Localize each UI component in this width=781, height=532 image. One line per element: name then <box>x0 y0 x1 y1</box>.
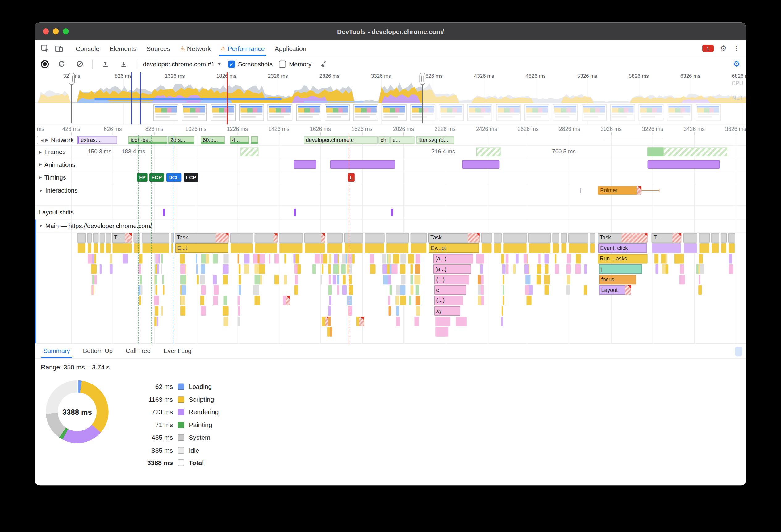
flame-bar[interactable] <box>396 296 400 305</box>
flame-bar[interactable] <box>388 296 390 305</box>
timeline-overview[interactable]: CPU NET 326 ms826 ms1326 ms1826 ms2326 m… <box>35 72 746 125</box>
flame-bar[interactable] <box>92 285 93 295</box>
flame-bar[interactable] <box>544 275 550 284</box>
flame-bar[interactable] <box>729 264 734 274</box>
flame-bar[interactable] <box>259 264 265 274</box>
flame-bar[interactable] <box>524 254 528 264</box>
flame-bar[interactable] <box>699 275 700 284</box>
flame-bar[interactable] <box>138 285 140 295</box>
flame-bar[interactable] <box>231 243 252 253</box>
flame-bar-labeled[interactable]: j <box>599 264 642 274</box>
flame-bar[interactable] <box>329 296 331 305</box>
flame-bar[interactable] <box>255 233 278 242</box>
flame-bar[interactable] <box>529 243 550 253</box>
flame-bar[interactable] <box>87 233 92 242</box>
flame-bar[interactable] <box>712 243 719 253</box>
flame-bar[interactable] <box>729 254 732 264</box>
flame-bar[interactable] <box>476 254 481 264</box>
flame-bar[interactable] <box>238 296 240 305</box>
flame-bar[interactable] <box>589 233 595 242</box>
flame-bar[interactable] <box>253 285 259 295</box>
flame-bar[interactable] <box>525 275 530 284</box>
overview-handle-left[interactable] <box>71 73 72 124</box>
network-request-bar[interactable]: itter.svg (d... <box>416 136 454 144</box>
flame-bar[interactable] <box>328 317 331 326</box>
flame-bar[interactable] <box>294 264 298 274</box>
flame-bar[interactable] <box>154 317 156 326</box>
flame-bar[interactable] <box>275 254 279 264</box>
flame-bar[interactable] <box>180 275 186 284</box>
capture-settings-gear-icon[interactable]: ⚙ <box>733 59 740 69</box>
flame-bar[interactable] <box>481 285 484 295</box>
flame-bar[interactable] <box>400 285 406 295</box>
flame-bar[interactable] <box>480 264 483 274</box>
flame-bar[interactable] <box>567 254 571 264</box>
flame-bar[interactable] <box>180 306 185 316</box>
save-profile-icon[interactable] <box>118 58 130 70</box>
flame-bar[interactable] <box>345 243 363 253</box>
flame-bar[interactable] <box>415 285 419 295</box>
flame-bar[interactable] <box>409 296 411 305</box>
flame-bar[interactable] <box>568 233 588 242</box>
flame-bar[interactable] <box>330 327 332 337</box>
flame-bar[interactable] <box>352 254 355 264</box>
collapse-track-icon[interactable]: ◂ <box>41 137 43 143</box>
flame-bar[interactable] <box>106 243 111 253</box>
flame-bar[interactable] <box>110 254 112 264</box>
flame-bar[interactable] <box>501 317 503 326</box>
flame-bar[interactable] <box>576 254 581 264</box>
flame-bar[interactable] <box>721 243 726 253</box>
flame-bar[interactable] <box>526 296 531 305</box>
flame-bar[interactable] <box>337 285 339 295</box>
flame-bar[interactable] <box>156 254 158 264</box>
flame-bar[interactable] <box>328 285 332 295</box>
filmstrip-screenshot[interactable] <box>353 104 378 121</box>
flame-bar[interactable] <box>295 254 299 264</box>
flame-bar[interactable] <box>552 233 559 242</box>
flame-bar[interactable] <box>414 275 420 284</box>
flame-bar[interactable] <box>223 296 227 305</box>
timings-track-label[interactable]: ▶ Timings <box>35 171 66 184</box>
flame-bar[interactable] <box>113 243 131 253</box>
flame-bar[interactable] <box>567 264 571 274</box>
flame-bar[interactable] <box>400 264 406 274</box>
flame-bar[interactable] <box>494 243 501 253</box>
animation-bar[interactable] <box>330 161 395 169</box>
flame-bar[interactable] <box>344 233 363 242</box>
flame-bar-labeled[interactable]: Task <box>428 233 480 242</box>
layout-shifts-track-label[interactable]: Layout shifts <box>35 206 74 219</box>
flame-bar[interactable] <box>555 254 556 264</box>
flame-bar[interactable] <box>156 306 158 316</box>
flame-bar-labeled[interactable]: xy <box>434 306 460 316</box>
flame-bar[interactable] <box>506 254 509 264</box>
filmstrip-screenshot[interactable] <box>154 104 178 121</box>
flame-bar[interactable] <box>411 233 427 242</box>
flame-bar[interactable] <box>328 264 331 274</box>
flame-bar[interactable] <box>654 254 658 264</box>
flame-bar[interactable] <box>416 306 420 316</box>
flame-bar[interactable] <box>196 254 197 264</box>
flame-bar[interactable] <box>544 285 549 295</box>
flame-bar[interactable] <box>337 275 339 284</box>
flame-bar[interactable] <box>575 264 581 274</box>
flame-bar[interactable] <box>393 254 400 264</box>
flame-bar[interactable] <box>181 296 185 305</box>
flame-bar[interactable] <box>91 264 93 274</box>
flame-bar[interactable] <box>728 233 735 242</box>
tab-sources[interactable]: Sources <box>141 40 175 56</box>
settings-gear-icon[interactable]: ⚙ <box>720 44 727 53</box>
screenshots-checkbox-group[interactable]: ✓ Screenshots <box>228 60 273 68</box>
flame-bar-labeled[interactable]: E...t <box>175 243 228 253</box>
network-request-bar[interactable]: extras.... <box>77 136 117 144</box>
flame-bar[interactable] <box>699 285 702 295</box>
flame-bar[interactable] <box>525 285 529 295</box>
flame-bar[interactable] <box>365 243 384 253</box>
bottom-tab-summary[interactable]: Summary <box>37 344 76 358</box>
flame-bar[interactable] <box>142 243 169 253</box>
flame-bar[interactable] <box>158 254 160 264</box>
flame-bar[interactable] <box>665 254 667 264</box>
network-request-bar[interactable] <box>603 140 662 140</box>
inspect-element-icon[interactable] <box>39 42 51 54</box>
flame-bar[interactable] <box>553 243 559 253</box>
flame-bar[interactable] <box>415 296 420 305</box>
